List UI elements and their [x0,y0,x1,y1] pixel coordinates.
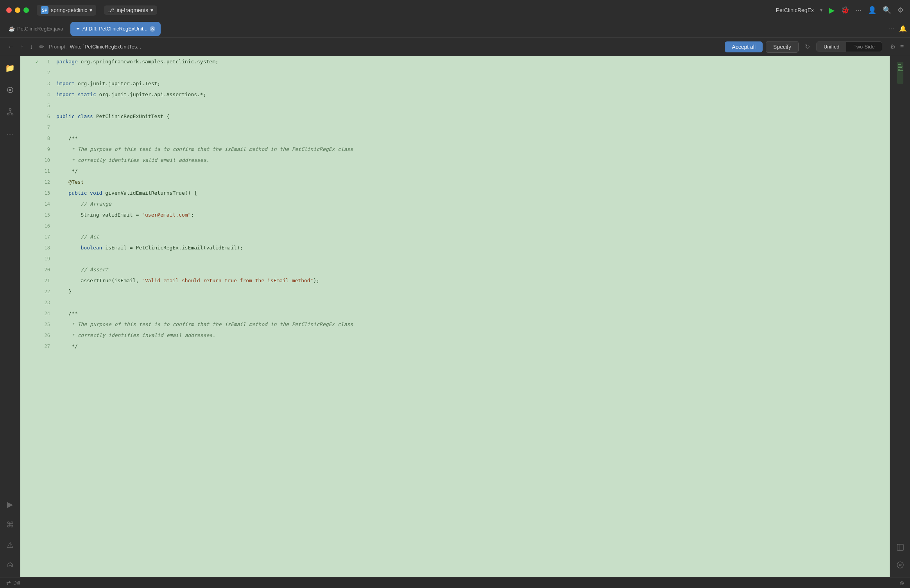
navigate-back-icon[interactable]: ← [6,42,16,52]
sidebar-terminal-icon[interactable]: ⌘ [3,518,17,532]
line-content: @Test [56,177,890,188]
sidebar-git-icon[interactable] [3,105,17,119]
line-number: 4 [41,89,56,100]
diff-settings-icon[interactable]: ⚙ [890,43,896,50]
prompt-section: Prompt: Write `PetClinicRegExUnitTes... [49,44,141,50]
prompt-label: Prompt: [49,44,67,50]
branch-chevron: ▾ [150,7,153,13]
view-toggle: Unified Two-Side [816,41,882,52]
line-number: 9 [41,144,56,155]
branch-selector[interactable]: ⎇ inj-fragments ▾ [104,5,157,15]
navigate-down-icon[interactable]: ↓ [28,42,34,52]
line-number: 13 [41,188,56,199]
code-line: 17 // Act [20,231,890,242]
project-name: spring-petclinic [51,7,87,13]
line-content: import org.junit.jupiter.api.Test; [56,78,890,89]
line-number: 24 [41,308,56,319]
sidebar-run-icon[interactable]: ▶ [3,497,17,511]
line-number: 2 [41,67,56,78]
code-line: 19 [20,253,890,264]
tab-bar: ☕ PetClinicRegEx.java ✦ AI Diff: PetClin… [0,20,910,38]
line-number: 14 [41,199,56,210]
accept-all-button[interactable]: Accept all [725,41,763,52]
search-icon[interactable]: 🔍 [883,6,891,14]
specify-button[interactable]: Specify [766,41,799,53]
code-line: 6public class PetClinicRegExUnitTest { [20,111,890,122]
tab-label-java: PetClinicRegEx.java [17,26,63,32]
code-line: 5 [20,100,890,111]
line-content: * correctly identifies valid email addre… [56,155,890,166]
svg-line-6 [8,113,10,113]
line-number: 25 [41,319,56,330]
code-line: 9 * The purpose of this test is to confi… [20,144,890,155]
tab-label-ai-diff: AI Diff: PetClinicRegExUnit... [82,26,148,32]
line-number: 16 [41,220,56,231]
line-content: // Assert [56,264,890,275]
debug-button[interactable]: 🐞 [841,6,849,14]
tab-petclinic-java[interactable]: ☕ PetClinicRegEx.java [3,22,69,36]
line-content: String validEmail = "user@email.com"; [56,210,890,220]
line-content: import static org.junit.jupiter.api.Asse… [56,89,890,100]
sidebar-more-icon[interactable]: ··· [3,127,17,141]
navigate-up-icon[interactable]: ↑ [19,42,25,52]
line-content: /** [56,308,890,319]
ai-diff-icon: ✦ [76,26,80,32]
sidebar-structure-icon[interactable] [3,83,17,97]
code-line: 7 [20,122,890,133]
svg-rect-10 [898,66,903,66]
code-line: 2 [20,67,890,78]
java-file-icon: ☕ [9,26,15,32]
user-icon[interactable]: 👤 [868,6,876,14]
run-button[interactable]: ▶ [829,5,835,15]
line-number: 17 [41,231,56,242]
tab-ai-diff[interactable]: ✦ AI Diff: PetClinicRegExUnit... ✕ [70,22,161,36]
svg-rect-14 [897,544,903,550]
line-number: 20 [41,264,56,275]
two-side-view-button[interactable]: Two-Side [846,42,881,52]
project-selector[interactable]: SP spring-petclinic ▾ [37,5,96,16]
edit-icon[interactable]: ✏ [38,41,46,52]
svg-point-1 [9,89,11,91]
code-line: 22 } [20,286,890,297]
close-button[interactable] [6,7,12,13]
svg-point-3 [7,113,9,115]
line-number: 15 [41,210,56,220]
svg-rect-8 [897,62,903,84]
title-bar-right: PetClinicRegEx ▾ ▶ 🐞 ··· 👤 🔍 ⚙ [776,5,904,15]
svg-rect-9 [898,64,901,65]
right-panel-icon[interactable] [896,543,904,553]
line-number: 6 [41,111,56,122]
branch-icon: ⎇ [108,7,114,13]
code-line: 4import static org.junit.jupiter.api.Ass… [20,89,890,100]
line-content: */ [56,341,890,352]
code-line: 10 * correctly identifies valid email ad… [20,155,890,166]
notifications-icon[interactable]: 🔔 [899,25,907,32]
sidebar-vcs-icon[interactable] [3,558,17,572]
line-number: 10 [41,155,56,166]
code-line: 12 @Test [20,177,890,188]
diff-status: ⇄ Diff [6,580,20,586]
copilot-icon[interactable] [896,561,904,571]
unified-view-button[interactable]: Unified [817,42,846,52]
line-content: public class PetClinicRegExUnitTest { [56,111,890,122]
diff-icon: ⇄ [6,580,11,586]
line-number: 18 [41,242,56,253]
more-options-icon[interactable]: ··· [856,6,862,14]
svg-point-2 [9,109,11,111]
toolbar: ← ↑ ↓ ✏ Prompt: Write `PetClinicRegExUni… [0,38,910,56]
sidebar-problems-icon[interactable]: ⚠ [3,538,17,552]
refresh-button[interactable]: ↻ [802,41,813,52]
diff-list-icon[interactable]: ≡ [900,43,904,50]
tab-overflow-icon[interactable]: ⋯ [888,25,894,32]
line-number: 11 [41,166,56,177]
settings-icon[interactable]: ⚙ [897,6,904,14]
code-content[interactable]: ✓1package org.springframework.samples.pe… [20,56,890,577]
maximize-button[interactable] [23,7,29,13]
code-line: 11 */ [20,166,890,177]
line-number: 5 [41,100,56,111]
minimize-button[interactable] [15,7,20,13]
sidebar-folder-icon[interactable]: 📁 [3,61,17,75]
line-content: public void givenValidEmailReturnsTrue()… [56,188,890,199]
tab-close-button[interactable]: ✕ [150,26,155,32]
svg-line-7 [10,113,12,113]
